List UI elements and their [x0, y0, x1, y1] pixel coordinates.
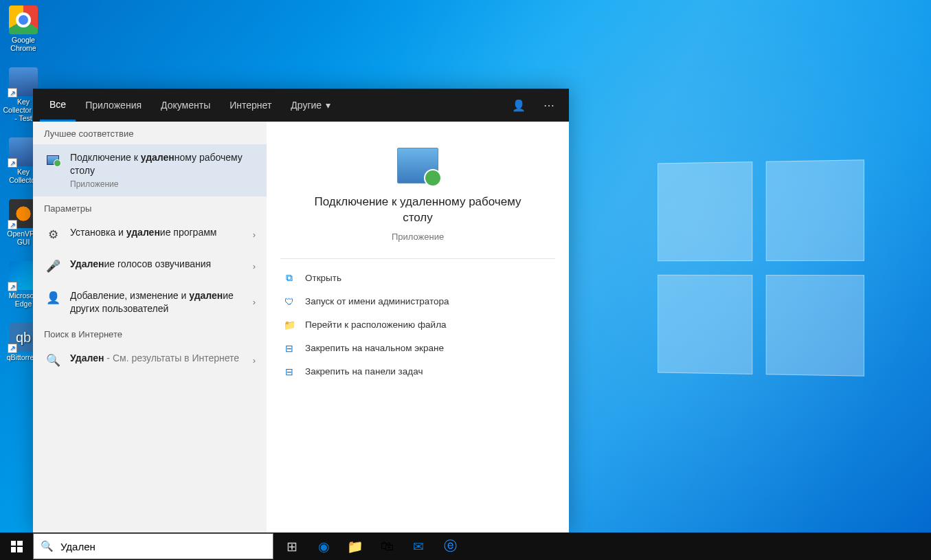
chevron-right-icon: ›: [253, 355, 256, 366]
taskbar-edge[interactable]: ◉: [308, 533, 339, 560]
search-preview-pane: Подключение к удаленному рабочему столу …: [267, 122, 569, 533]
action-pin-to-taskbar[interactable]: ⊟ Закрепить на панели задач: [280, 360, 555, 383]
tab-all[interactable]: Все: [40, 89, 76, 122]
tab-apps[interactable]: Приложения: [76, 89, 151, 122]
search-panel: Все Приложения Документы Интернет Другие…: [33, 89, 569, 533]
chevron-right-icon: ›: [253, 261, 256, 271]
action-label: Закрепить на панели задач: [305, 366, 423, 377]
result-title: Удаление голосов озвучивания: [70, 258, 245, 271]
search-icon: 🔍: [41, 540, 54, 552]
result-title: Подключение к удаленному рабочему столу: [70, 151, 256, 177]
search-icon: 🔍: [44, 352, 62, 370]
tab-other-label: Другие: [291, 100, 322, 111]
action-label: Открыть: [305, 273, 341, 283]
result-manage-users[interactable]: 👤 Добавление, изменение и удаление други…: [33, 282, 267, 322]
action-open[interactable]: ⧉ Открыть: [280, 266, 555, 290]
chevron-down-icon: ▾: [326, 100, 330, 111]
remote-desktop-icon: [44, 151, 62, 169]
taskbar-mail[interactable]: ✉: [403, 533, 434, 560]
action-pin-to-start[interactable]: ⊟ Закрепить на начальном экране: [280, 337, 555, 360]
feedback-icon[interactable]: 👤: [506, 92, 532, 118]
windows-icon: [11, 541, 23, 552]
windows-logo-wallpaper: [658, 159, 864, 376]
desktop-icon-chrome[interactable]: Google Chrome: [3, 5, 44, 52]
separator: [280, 258, 555, 259]
result-title: Удален - См. результаты в Интернете: [70, 352, 245, 365]
result-uninstall-programs[interactable]: ⚙ Установка и удаление программ ›: [33, 219, 267, 251]
tab-docs[interactable]: Документы: [151, 89, 220, 122]
section-best-match: Лучшее соответствие: [33, 122, 267, 144]
section-web: Поиск в Интернете: [33, 322, 267, 345]
chevron-right-icon: ›: [253, 229, 256, 240]
open-icon: ⧉: [283, 272, 295, 284]
taskbar-explorer[interactable]: 📁: [339, 533, 371, 560]
result-remote-desktop[interactable]: Подключение к удаленному рабочему столу …: [33, 144, 267, 197]
taskbar: 🔍 ⊞ ◉ 📁 🛍 ✉ ⓔ: [0, 533, 931, 560]
more-icon[interactable]: ⋯: [536, 92, 562, 118]
taskbar-store[interactable]: 🛍: [371, 533, 403, 560]
action-label: Перейти к расположению файла: [305, 320, 447, 330]
admin-icon: 🛡: [283, 296, 295, 307]
preview-subtitle: Приложение: [280, 232, 555, 242]
folder-icon: 📁: [283, 320, 295, 331]
taskbar-search[interactable]: 🔍: [33, 533, 273, 559]
action-open-file-location[interactable]: 📁 Перейти к расположению файла: [280, 313, 555, 337]
preview-title: Подключение к удаленному рабочему столу: [280, 194, 555, 226]
tab-other[interactable]: Другие ▾: [281, 89, 340, 122]
result-subtitle: Приложение: [70, 179, 256, 190]
start-button[interactable]: [0, 533, 33, 560]
remote-desktop-icon: [397, 148, 438, 183]
search-results-list: Лучшее соответствие Подключение к удален…: [33, 122, 267, 533]
result-remove-voices[interactable]: 🎤 Удаление голосов озвучивания ›: [33, 251, 267, 282]
search-panel-header: Все Приложения Документы Интернет Другие…: [33, 89, 569, 122]
result-title: Добавление, изменение и удаление других …: [70, 289, 245, 315]
chevron-right-icon: ›: [253, 297, 256, 307]
action-label: Закрепить на начальном экране: [305, 343, 444, 353]
taskbar-task-view[interactable]: ⊞: [276, 533, 308, 560]
pin-taskbar-icon: ⊟: [283, 366, 295, 377]
gear-icon: ⚙: [44, 226, 62, 244]
result-title: Установка и удаление программ: [70, 226, 245, 239]
action-run-as-admin[interactable]: 🛡 Запуск от имени администратора: [280, 290, 555, 313]
search-input[interactable]: [60, 541, 266, 552]
action-label: Запуск от имени администратора: [305, 296, 449, 306]
desktop-icon-label: Google Chrome: [3, 36, 44, 52]
mic-icon: 🎤: [44, 258, 62, 276]
user-icon: 👤: [44, 289, 62, 307]
tab-web[interactable]: Интернет: [220, 89, 281, 122]
section-settings: Параметры: [33, 197, 267, 219]
chrome-icon: [9, 5, 38, 34]
taskbar-ie[interactable]: ⓔ: [434, 533, 466, 560]
desktop: Google Chrome ↗ Key Collector 4.1 - Test…: [0, 0, 931, 560]
pin-start-icon: ⊟: [283, 343, 295, 354]
result-web-search[interactable]: 🔍 Удален - См. результаты в Интернете ›: [33, 345, 267, 377]
